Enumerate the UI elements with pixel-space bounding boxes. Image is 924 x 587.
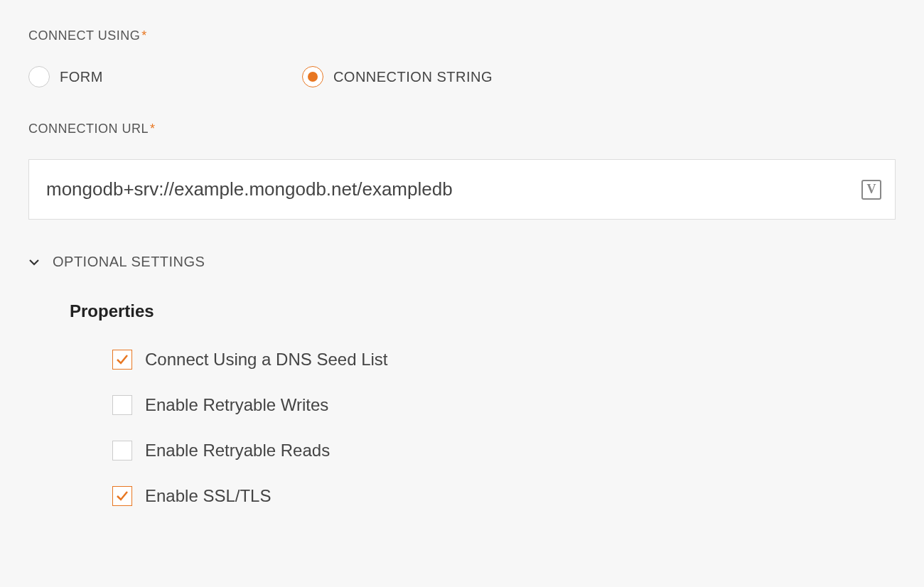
connection-url-label: CONNECTION URL* xyxy=(28,122,896,136)
vault-icon[interactable]: V xyxy=(861,180,881,200)
required-star-icon: * xyxy=(150,122,156,136)
checkbox-label: Connect Using a DNS Seed List xyxy=(145,350,388,370)
radio-icon xyxy=(28,66,50,87)
properties-list: Connect Using a DNS Seed List Enable Ret… xyxy=(112,350,896,506)
checkbox-ssl-tls[interactable]: Enable SSL/TLS xyxy=(112,486,896,506)
radio-icon xyxy=(302,66,323,87)
checkbox-dns-seed-list[interactable]: Connect Using a DNS Seed List xyxy=(112,350,896,370)
checkbox-retryable-reads[interactable]: Enable Retryable Reads xyxy=(112,441,896,461)
optional-settings-toggle[interactable]: OPTIONAL SETTINGS xyxy=(28,254,896,270)
radio-label: CONNECTION STRING xyxy=(333,69,493,85)
radio-option-form[interactable]: FORM xyxy=(28,66,103,87)
checkbox-label: Enable Retryable Writes xyxy=(145,395,328,415)
connect-using-label: CONNECT USING* xyxy=(28,28,896,43)
chevron-down-icon xyxy=(28,257,40,268)
connect-using-radio-group: FORM CONNECTION STRING xyxy=(28,66,896,87)
checkbox-label: Enable SSL/TLS xyxy=(145,486,271,506)
optional-settings-label: OPTIONAL SETTINGS xyxy=(53,254,205,270)
checkbox-retryable-writes[interactable]: Enable Retryable Writes xyxy=(112,395,896,415)
checkbox-label: Enable Retryable Reads xyxy=(145,441,330,461)
checkbox-icon xyxy=(112,395,132,415)
properties-heading: Properties xyxy=(70,301,896,321)
checkbox-icon xyxy=(112,350,132,370)
radio-option-connection-string[interactable]: CONNECTION STRING xyxy=(302,66,493,87)
checkbox-icon xyxy=(112,441,132,461)
connection-url-input[interactable] xyxy=(28,159,896,220)
checkbox-icon xyxy=(112,486,132,506)
radio-label: FORM xyxy=(60,69,103,85)
required-star-icon: * xyxy=(141,28,147,43)
